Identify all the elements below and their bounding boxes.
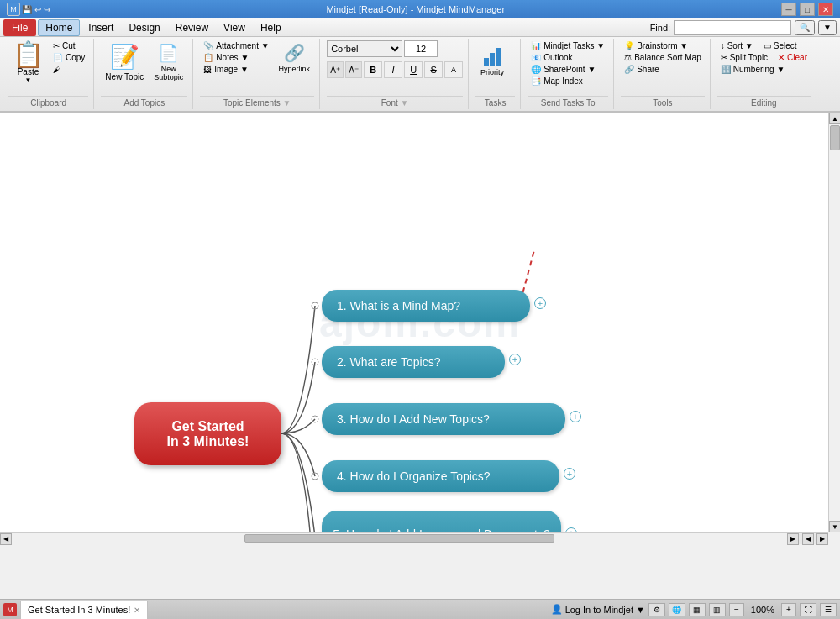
filter-icon[interactable]: ⚙	[648, 603, 665, 616]
ribbon-group-add-topics: 📝 New Topic 📄 NewSubtopic Add Topics	[96, 39, 193, 109]
footer-right: 👤 Log In to Mindjet ▼ ⚙ 🌐 ▦ ▥ − 100% + ⛶…	[551, 603, 837, 616]
share-button[interactable]: 🔗 Share	[621, 64, 663, 75]
clear-button[interactable]: ✕ Clear	[774, 52, 811, 63]
add-topics-content: 📝 New Topic 📄 NewSubtopic	[101, 40, 187, 94]
image-button[interactable]: 🖼 Image ▼	[200, 64, 272, 75]
menu-design[interactable]: Design	[122, 19, 166, 36]
font-grow-button[interactable]: A⁺	[327, 61, 344, 78]
sort-button[interactable]: ↕ Sort ▼	[717, 40, 757, 51]
ribbon-group-topic-elements: 📎 Attachment ▼ 📋 Notes ▼ 🖼 Image ▼ 🔗 Hyp…	[195, 39, 320, 109]
strikethrough-button[interactable]: S	[424, 61, 443, 78]
maximize-button[interactable]: □	[800, 3, 815, 16]
font-size-input[interactable]	[404, 40, 438, 57]
new-subtopic-button[interactable]: 📄 NewSubtopic	[150, 40, 187, 84]
share-icon: 🔗	[624, 65, 634, 74]
ribbon-group-tools: 💡 Brainstorm ▼ ⚖ Balance Sort Map 🔗 Shar…	[616, 39, 711, 109]
sharepoint-icon: 🌐	[531, 65, 541, 74]
columns-icon[interactable]: ▥	[709, 603, 726, 616]
active-tab[interactable]: Get Started In 3 Minutes! ✕	[20, 601, 148, 619]
notes-button[interactable]: 📋 Notes ▼	[200, 52, 272, 63]
menu-home[interactable]: Home	[38, 19, 80, 36]
find-options-button[interactable]: ▼	[818, 20, 837, 35]
editing-row3: 🔢 Numbering ▼	[717, 64, 789, 75]
scroll-down-arrow[interactable]: ▼	[829, 521, 840, 532]
menu-review[interactable]: Review	[169, 19, 215, 36]
close-button[interactable]: ✕	[818, 3, 833, 16]
menu-view[interactable]: View	[217, 19, 252, 36]
tools-label: Tools	[621, 96, 705, 108]
underline-button[interactable]: U	[404, 61, 423, 78]
font-color-button[interactable]: A	[444, 61, 463, 78]
font-name-select[interactable]: Corbel	[327, 40, 402, 57]
branch-topic-3[interactable]: 3. How do I Add New Topics?	[322, 403, 565, 435]
grid-icon[interactable]: ▦	[689, 603, 706, 616]
branch-1-plus[interactable]: +	[534, 297, 546, 309]
find-input[interactable]	[674, 20, 791, 35]
format-painter-button[interactable]: 🖌	[50, 64, 88, 75]
outlook-icon: 📧	[531, 53, 541, 62]
copy-button[interactable]: 📄 Copy	[50, 52, 88, 63]
branch-topic-5[interactable]: 5. How do I Add Images and Documents?	[322, 511, 561, 532]
branch-2-plus[interactable]: +	[509, 354, 521, 365]
minimize-button[interactable]: ─	[781, 3, 796, 16]
ribbon-group-clipboard: 📋 Paste ▼ ✂ Cut 📄 Copy 🖌 Clipboard	[3, 39, 94, 109]
menu-help[interactable]: Help	[254, 19, 288, 36]
scroll-up-arrow[interactable]: ▲	[829, 113, 840, 124]
branch-5-plus[interactable]: +	[565, 527, 577, 532]
outlook-button[interactable]: 📧 Outlook	[528, 52, 575, 63]
branch-topic-1[interactable]: 1. What is a Mind Map?	[322, 290, 530, 322]
paste-button[interactable]: 📋 Paste ▼	[8, 40, 48, 86]
login-arrow: ▼	[636, 605, 645, 615]
branch-topic-2[interactable]: 2. What are Topics?	[322, 346, 505, 378]
priority-button[interactable]: Priority	[475, 40, 509, 79]
new-topic-button[interactable]: 📝 New Topic	[101, 40, 148, 84]
scroll-right-arrow[interactable]: ▶	[787, 533, 799, 545]
split-topic-button[interactable]: ✂ Split Topic	[717, 52, 771, 63]
zoom-out-button[interactable]: −	[729, 603, 744, 616]
new-topic-label: New Topic	[105, 72, 144, 81]
italic-button[interactable]: I	[384, 61, 402, 78]
earth-icon[interactable]: 🌐	[669, 603, 685, 616]
map-index-button[interactable]: 📑 Map Index	[528, 76, 586, 87]
central-topic[interactable]: Get StartedIn 3 Minutes!	[134, 402, 281, 465]
selection-indicator	[522, 252, 535, 293]
scroll-left-arrow[interactable]: ◀	[0, 533, 12, 545]
fullscreen-button[interactable]: ⛶	[800, 603, 816, 616]
vertical-scrollbar[interactable]: ▲ ▼	[828, 113, 840, 532]
branch-1-label: 1. What is a Mind Map?	[337, 299, 460, 312]
mindjet-tasks-button[interactable]: 📊 Mindjet Tasks ▼	[528, 40, 608, 51]
menu-file[interactable]: File	[3, 19, 36, 36]
branch-3-plus[interactable]: +	[570, 411, 581, 422]
zoom-in-button[interactable]: +	[781, 603, 796, 616]
nav-next[interactable]: ▶	[816, 533, 828, 545]
find-search-button[interactable]: 🔍	[795, 20, 815, 35]
branch-4-plus[interactable]: +	[564, 468, 575, 480]
new-subtopic-label: NewSubtopic	[154, 65, 183, 81]
numbering-button[interactable]: 🔢 Numbering ▼	[717, 64, 789, 75]
hyperlink-col: 🔗 Hyperlink	[275, 40, 315, 76]
branch-topic-4[interactable]: 4. How do I Organize Topics?	[322, 460, 559, 492]
topic-elements-label: Topic Elements ▼	[200, 96, 314, 108]
bold-button[interactable]: B	[364, 61, 382, 78]
balance-map-button[interactable]: ⚖ Balance Sort Map	[621, 52, 705, 63]
brainstorm-button[interactable]: 💡 Brainstorm ▼	[621, 40, 691, 51]
scroll-thumb[interactable]	[830, 125, 840, 150]
menu-insert[interactable]: Insert	[81, 19, 120, 36]
editing-row1: ↕ Sort ▼ ▭ Select	[717, 40, 801, 51]
svg-point-3	[312, 473, 318, 480]
nav-prev[interactable]: ◀	[802, 533, 814, 545]
hyperlink-icon: 🔗	[284, 43, 305, 63]
font-shrink-button[interactable]: A⁻	[345, 61, 362, 78]
branch-4-label: 4. How do I Organize Topics?	[337, 469, 491, 483]
view-toggle-button[interactable]: ☰	[820, 603, 837, 616]
hyperlink-button[interactable]: 🔗 Hyperlink	[275, 40, 315, 76]
sharepoint-button[interactable]: 🌐 SharePoint ▼	[528, 64, 599, 75]
h-scroll-thumb[interactable]	[244, 534, 554, 543]
select-button[interactable]: ▭ Select	[760, 40, 801, 51]
ribbon: 📋 Paste ▼ ✂ Cut 📄 Copy 🖌 Clipboard 📝 New…	[0, 37, 840, 113]
tasks-content: Priority	[475, 40, 515, 94]
horizontal-scrollbar[interactable]	[12, 533, 787, 545]
tab-close[interactable]: ✕	[134, 606, 140, 615]
cut-button[interactable]: ✂ Cut	[50, 40, 88, 51]
attachment-button[interactable]: 📎 Attachment ▼	[200, 40, 272, 51]
